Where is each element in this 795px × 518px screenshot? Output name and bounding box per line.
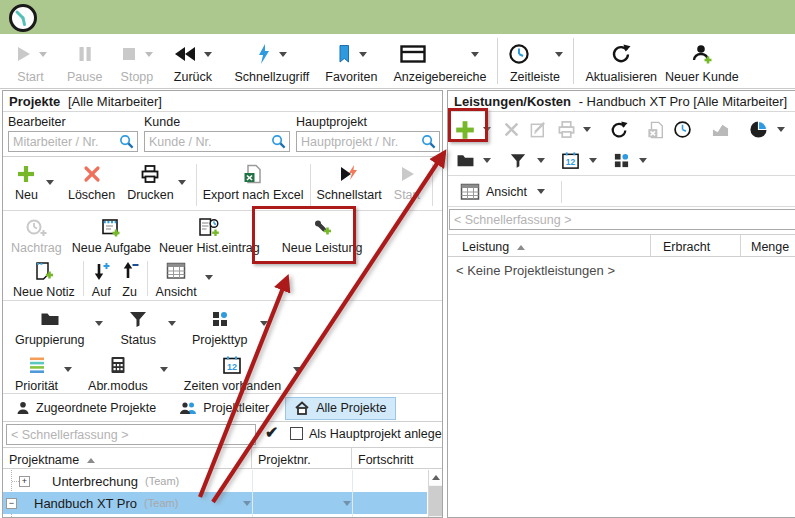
new-history-entry-button[interactable]: Neuer Hist.eintrag <box>159 215 260 255</box>
dropdown-arrow[interactable] <box>471 52 479 57</box>
search-icon[interactable] <box>271 134 286 149</box>
column-header-projektname[interactable]: Projektname <box>3 448 252 468</box>
pause-button[interactable]: Pause <box>67 41 102 84</box>
toolbar-separator <box>497 38 498 84</box>
services-quick-entry-input[interactable] <box>454 213 791 227</box>
new-task-button[interactable]: Neue Aufgabe <box>72 215 151 255</box>
quick-access-button[interactable]: Schnellzugriff <box>234 41 309 84</box>
search-icon[interactable] <box>421 134 436 149</box>
dropdown-arrow[interactable] <box>555 52 563 57</box>
dropdown-arrow[interactable] <box>777 127 785 132</box>
display-areas-button[interactable]: Anzeigebereiche <box>393 41 486 84</box>
excel-export-button-disabled[interactable] <box>647 118 665 142</box>
start-disabled-button[interactable]: Start <box>394 162 420 202</box>
dropdown-arrow[interactable] <box>145 52 153 57</box>
type-blocks-button[interactable] <box>613 148 630 172</box>
column-header-leistung[interactable]: Leistung <box>448 235 651 256</box>
timeline-button[interactable]: Zeitleiste <box>508 41 563 84</box>
dropdown-arrow[interactable] <box>205 275 213 280</box>
vertical-scrollbar[interactable] <box>428 470 442 517</box>
calendar-filter-button[interactable]: 12 <box>561 148 580 172</box>
refresh-button[interactable] <box>610 118 628 142</box>
quickstart-button[interactable]: Schnellstart <box>317 162 382 202</box>
dropdown-arrow[interactable] <box>260 321 268 326</box>
view-button-label[interactable]: Ansicht <box>486 185 527 199</box>
confirm-check-icon[interactable]: ✔ <box>265 423 278 442</box>
column-header-erbracht[interactable]: Erbracht <box>651 235 741 256</box>
dropdown-arrow[interactable] <box>204 52 212 57</box>
main-project-checkbox[interactable] <box>290 427 303 440</box>
dropdown-arrow[interactable] <box>95 321 103 326</box>
dropdown-arrow[interactable] <box>160 367 168 372</box>
services-toolbar-row-1 <box>448 114 795 145</box>
edit-button-disabled[interactable] <box>529 118 548 142</box>
table-row-unterbrechung[interactable]: + Unterbrechung (Team) <box>3 470 427 492</box>
dropdown-arrow[interactable] <box>39 52 47 57</box>
dropdown-arrow[interactable] <box>583 127 591 132</box>
stop-button[interactable]: Stopp <box>120 41 153 84</box>
dropdown-arrow[interactable] <box>537 158 545 163</box>
nachtrag-button[interactable]: Nachtrag <box>11 215 62 255</box>
new-customer-button[interactable]: Neuer Kunde <box>665 41 739 84</box>
cell-dropdown-arrow[interactable] <box>243 501 251 506</box>
grouping-button[interactable]: Gruppierung <box>15 307 85 347</box>
grouping-folder-button[interactable] <box>456 148 475 172</box>
filter-funnel-button[interactable] <box>509 148 527 172</box>
status-filter-button[interactable]: Status <box>121 307 156 347</box>
scroll-up-button[interactable] <box>429 470 442 485</box>
delete-service-button-disabled[interactable] <box>503 118 520 142</box>
dropdown-arrow[interactable] <box>279 52 287 57</box>
priority-button[interactable]: Priorität <box>15 353 58 393</box>
time-button[interactable] <box>673 118 692 142</box>
tab-zugeordnete-projekte[interactable]: Zugeordnete Projekte <box>7 397 166 420</box>
hauptprojekt-input[interactable] <box>301 135 421 149</box>
bearbeiter-input[interactable] <box>13 135 119 149</box>
new-note-button[interactable]: Neue Notiz <box>13 259 75 299</box>
kunde-input[interactable] <box>149 135 271 149</box>
expand-all-button[interactable]: Auf <box>92 259 111 299</box>
pie-chart-button[interactable] <box>749 118 768 142</box>
dropdown-arrow[interactable] <box>293 367 301 372</box>
quick-entry-input[interactable] <box>11 428 251 442</box>
start-button[interactable]: Start <box>14 41 47 84</box>
tab-alle-projekte[interactable]: Alle Projekte <box>285 397 396 420</box>
expand-icon[interactable]: + <box>19 476 30 487</box>
column-header-menge[interactable]: Menge <box>741 235 795 256</box>
favorites-button[interactable]: Favoriten <box>325 41 377 84</box>
collapse-icon[interactable]: − <box>6 498 17 509</box>
delete-button[interactable]: Löschen <box>68 162 115 202</box>
table-row-handbuch-xt-pro[interactable]: − Handbuch XT Pro (Team) <box>3 492 427 514</box>
tab-projektleiter[interactable]: Projektleiter <box>170 397 279 420</box>
dropdown-arrow[interactable] <box>168 321 176 326</box>
table-row-kapitel-konfiguration[interactable]: + Kapitel "Konfiguration" (Team) <box>3 514 427 517</box>
column-header-projektnr[interactable]: Projektnr. <box>252 448 352 468</box>
dropdown-arrow[interactable] <box>359 52 367 57</box>
column-header-fortschritt[interactable]: Fortschritt <box>352 448 426 468</box>
export-excel-button[interactable]: Export nach Excel <box>203 162 304 202</box>
separator <box>83 261 84 296</box>
table-view-icon <box>166 259 186 283</box>
dropdown-arrow[interactable] <box>589 158 597 163</box>
billing-mode-button[interactable]: Abr.modus <box>88 353 148 393</box>
dropdown-arrow[interactable] <box>639 158 647 163</box>
new-button[interactable]: Neu <box>15 162 38 202</box>
times-available-button[interactable]: 12 Zeiten vorhanden <box>184 353 281 393</box>
project-type-button[interactable]: Projekttyp <box>192 307 248 347</box>
refresh-button[interactable]: Aktualisieren <box>586 41 658 84</box>
print-button[interactable]: Drucken <box>127 162 174 202</box>
cell-dropdown-arrow[interactable] <box>343 501 351 506</box>
dropdown-arrow[interactable] <box>537 189 545 194</box>
dropdown-arrow[interactable] <box>64 367 72 372</box>
dropdown-arrow[interactable] <box>178 180 186 185</box>
search-icon[interactable] <box>119 134 134 149</box>
dropdown-arrow[interactable] <box>46 180 54 185</box>
back-button[interactable]: Zurück <box>173 41 212 84</box>
view-button[interactable]: Ansicht <box>156 259 197 299</box>
scrollbar-thumb[interactable] <box>429 486 442 516</box>
chart-button-disabled[interactable] <box>711 118 730 142</box>
collapse-all-button[interactable]: Zu <box>121 259 139 299</box>
funnel-icon <box>128 307 148 331</box>
dropdown-arrow[interactable] <box>483 158 491 163</box>
main-toolbar: Start Pause Stopp Zurück Schnellzugriff <box>0 34 795 89</box>
print-button-disabled[interactable] <box>557 118 576 142</box>
